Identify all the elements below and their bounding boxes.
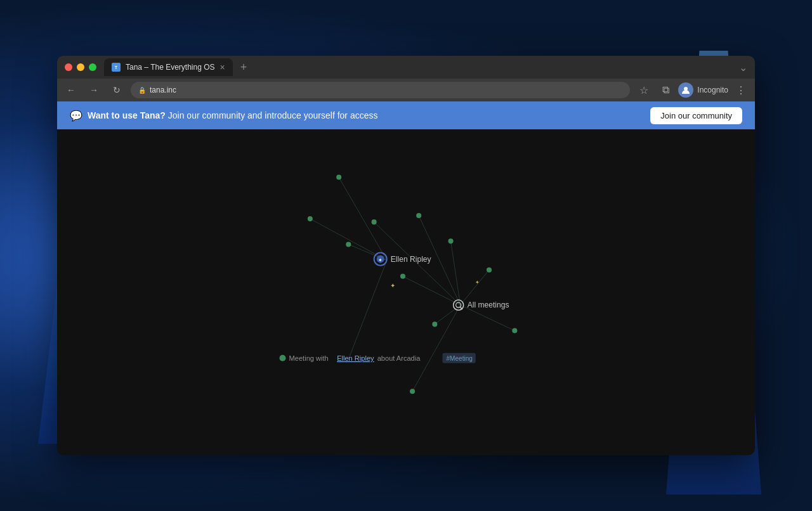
lock-icon: 🔒 — [138, 87, 146, 94]
meeting-text-suffix: about Arcadia — [377, 354, 421, 362]
new-tab-button[interactable]: + — [235, 61, 252, 74]
edge-2 — [310, 219, 387, 261]
node-bottom — [410, 389, 415, 394]
edge-1 — [339, 178, 387, 261]
nav-actions: ☆ ⧉ Incognito ⋮ — [635, 81, 750, 99]
active-tab[interactable]: T Tana – The Everything OS × — [104, 58, 233, 76]
nav-bar: ← → ↻ 🔒 tana.inc ☆ ⧉ Incognito ⋮ — [57, 79, 755, 101]
tab-label: Tana – The Everything OS — [126, 63, 215, 72]
join-community-button[interactable]: Join our community — [650, 107, 742, 124]
edge-7 — [403, 276, 461, 305]
url-text: tana.inc — [150, 86, 176, 94]
node-8 — [487, 268, 492, 273]
edge-meeting — [348, 261, 386, 359]
tab-bar: T Tana – The Everything OS × + ⌄ — [104, 58, 747, 76]
banner-text: 💬 Want to use Tana? Join our community a… — [70, 110, 378, 122]
address-bar[interactable]: 🔒 tana.inc — [131, 82, 630, 98]
node-3 — [372, 219, 377, 224]
node-9 — [432, 321, 437, 327]
minimize-button[interactable] — [77, 63, 84, 71]
tab-close-icon[interactable]: × — [220, 62, 225, 72]
node-10 — [512, 328, 517, 333]
node-5 — [346, 242, 351, 247]
tab-view-button[interactable]: ⧉ — [657, 81, 674, 99]
banner-text-prefix: Want to use Tana? Join our community and… — [88, 110, 378, 120]
browser-window: T Tana – The Everything OS × + ⌄ ← → ↻ 🔒… — [57, 56, 755, 455]
node-1 — [336, 175, 341, 180]
node-4 — [416, 213, 421, 218]
reload-button[interactable]: ↻ — [108, 81, 126, 99]
graph-container: ✦ ✦ — [57, 129, 755, 455]
menu-button[interactable]: ⋮ — [732, 81, 750, 99]
meeting-note-dot — [279, 355, 285, 361]
bookmark-button[interactable]: ☆ — [635, 81, 653, 99]
edge-8 — [461, 270, 489, 305]
edge-4 — [374, 222, 461, 305]
close-button[interactable] — [65, 63, 72, 71]
incognito-label: Incognito — [697, 86, 728, 94]
node-2 — [308, 216, 313, 221]
promo-banner: 💬 Want to use Tana? Join our community a… — [57, 101, 755, 129]
meetings-label: All meetings — [468, 301, 509, 309]
svg-text:T: T — [115, 65, 118, 70]
tab-favicon: T — [112, 63, 121, 72]
traffic-lights — [65, 63, 96, 71]
edge-bottom — [412, 305, 461, 391]
meeting-text-prefix: Meeting with — [289, 354, 329, 362]
ellen-node-star: ✦ — [378, 257, 383, 263]
back-button[interactable]: ← — [62, 81, 80, 99]
ellen-label: Ellen Ripley — [391, 255, 432, 264]
desktop: T Tana – The Everything OS × + ⌄ ← → ↻ 🔒… — [0, 0, 812, 511]
node-7 — [400, 274, 405, 279]
edge-6 — [451, 241, 461, 305]
graph-svg: ✦ ✦ — [57, 129, 755, 455]
profile-button[interactable] — [678, 82, 693, 98]
hashtag-text: #Meeting — [446, 355, 472, 362]
edge-9 — [435, 305, 460, 324]
forward-button[interactable]: → — [85, 81, 103, 99]
maximize-button[interactable] — [89, 63, 96, 71]
node-6 — [449, 238, 454, 243]
chat-icon: 💬 — [70, 110, 82, 122]
main-content: ✦ ✦ — [57, 129, 755, 455]
title-bar: T Tana – The Everything OS × + ⌄ — [57, 56, 755, 79]
meeting-text-link: Ellen Ripley — [337, 354, 374, 362]
sparkle-1: ✦ — [390, 282, 395, 289]
tab-overflow-button[interactable]: ⌄ — [739, 61, 747, 74]
